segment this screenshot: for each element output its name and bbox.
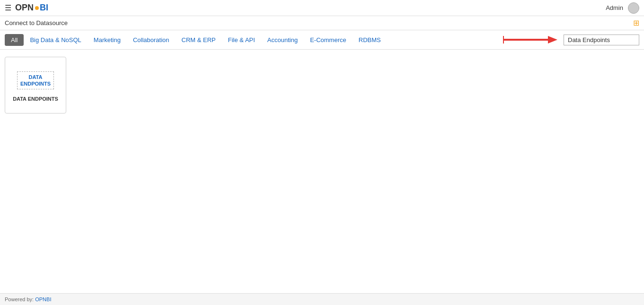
search-input[interactable] [564, 35, 639, 45]
header-right: Admin [606, 2, 639, 14]
card-label: DATA ENDPOINTS [13, 96, 58, 102]
logo-bi: BI [40, 3, 48, 13]
tab-rdbms[interactable]: RDBMS [353, 34, 387, 46]
svg-marker-1 [548, 36, 557, 44]
avatar[interactable] [628, 2, 639, 14]
tab-marketing[interactable]: Marketing [88, 34, 127, 46]
card-icon-text: DATA ENDPOINTS [17, 71, 54, 90]
header-left: ☰ OPNBI [5, 3, 48, 13]
tab-all[interactable]: All [5, 34, 24, 46]
tab-ecommerce[interactable]: E-Commerce [304, 34, 353, 46]
tab-crm[interactable]: CRM & ERP [176, 34, 222, 46]
grid-icon[interactable]: ⊞ [633, 18, 639, 27]
tab-file[interactable]: File & API [222, 34, 261, 46]
footer-powered-text: Powered by: [5, 296, 35, 302]
logo-opn: OPN [15, 3, 34, 13]
page-title: Connect to Datasource [5, 19, 68, 26]
sub-header: Connect to Datasource ⊞ [0, 16, 644, 30]
tabs-row: All Big Data & NoSQL Marketing Collabora… [0, 30, 644, 50]
search-area [503, 33, 639, 46]
header: ☰ OPNBI Admin [0, 0, 644, 16]
logo-dot [35, 6, 39, 10]
tab-collaboration[interactable]: Collaboration [127, 34, 176, 46]
tab-bigdata[interactable]: Big Data & NoSQL [24, 34, 87, 46]
logo: OPNBI [15, 3, 48, 13]
hamburger-icon[interactable]: ☰ [5, 3, 11, 12]
footer-brand: OPNBI [35, 296, 51, 302]
data-endpoints-card[interactable]: DATA ENDPOINTS DATA ENDPOINTS [5, 57, 66, 113]
card-icon: DATA ENDPOINTS [21, 69, 50, 92]
content-area: DATA ENDPOINTS DATA ENDPOINTS [0, 50, 644, 293]
tab-accounting[interactable]: Accounting [261, 34, 304, 46]
footer: Powered by: OPNBI [0, 293, 644, 305]
admin-label: Admin [606, 4, 623, 11]
arrow-indicator [503, 33, 560, 46]
